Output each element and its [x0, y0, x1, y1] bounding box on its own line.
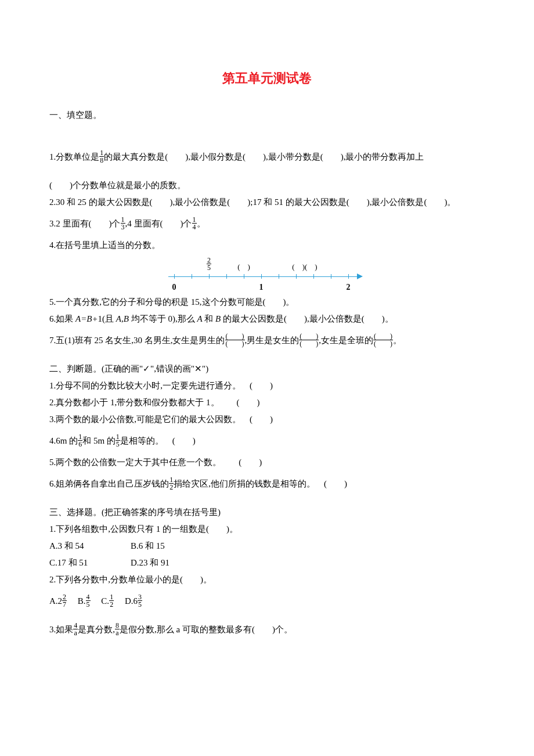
text: 4.6m 的 [49, 436, 78, 445]
text: 3.如果 [49, 625, 73, 634]
fraction-1-3: 13 [121, 216, 125, 231]
text: 均不等于 0),那么 [129, 314, 197, 323]
nl-label-2: 2 [347, 280, 351, 294]
nl-paren2: ( )( ) [292, 260, 317, 273]
opt-d: D.635 [125, 596, 142, 606]
s2-q2: 2.真分数都小于 1,带分数和假分数都大于 1。 ( ) [49, 395, 485, 411]
italic: A=B+ [75, 314, 98, 323]
text: 1(且 [98, 314, 116, 323]
s2-q6: 6.姐弟俩各自拿出自己压岁钱的12捐给灾区,他们所捐的钱数是相等的。 ( ) [49, 476, 485, 492]
s3-q1-opts-row2: C.17 和 51D.23 和 91 [49, 555, 485, 571]
italic: A [116, 314, 121, 323]
s2-q1: 1.分母不同的分数比较大小时,一定要先进行通分。 ( ) [49, 378, 485, 394]
italic: B [215, 314, 221, 323]
fraction-1-6: 16 [78, 433, 82, 448]
opt-c: C.12 [101, 596, 114, 606]
s1-q1-line1: 1.分数单位是18的最大真分数是( ),最小假分数是( ),最小带分数是( ),… [49, 149, 485, 165]
fraction-blank: ( )( ) [373, 333, 393, 347]
section3-heading: 三、选择题。(把正确答案的序号填在括号里) [49, 505, 485, 520]
opt-d: D.23 和 91 [131, 555, 212, 571]
fraction-8-a: 8a [115, 622, 120, 636]
section2-heading: 二、判断题。(正确的画"✓",错误的画"✕") [49, 361, 485, 377]
s1-q3: 3.2 里面有( )个13,4 里面有( )个14。 [49, 216, 485, 232]
s3-q2-opts: A.227 B.45 C.12 D.635 [49, 593, 485, 609]
text: 是真分数, [78, 625, 115, 634]
s3-q1-opts-row1: A.3 和 54B.6 和 15 [49, 538, 485, 554]
s2-q4: 4.6m 的16和 5m 的15是相等的。 ( ) [49, 433, 485, 449]
s2-q3: 3.两个数的最小公倍数,可能是它们的最大公因数。 ( ) [49, 412, 485, 427]
fraction-1-5: 15 [116, 433, 120, 448]
text: ,男生是女生的 [245, 336, 300, 345]
fraction-1-8: 18 [99, 149, 104, 164]
fraction-4-a: 4a [73, 622, 78, 636]
s2-q5: 5.两个数的公倍数一定大于其中任意一个数。 ( ) [49, 455, 485, 470]
italic: B [124, 314, 129, 323]
opt-c: C.17 和 51 [49, 555, 131, 571]
text: 的最大公因数是( ),最小公倍数是( )。 [221, 314, 393, 323]
fraction-1-4: 14 [192, 216, 197, 231]
text: 7.五(1)班有 25 名女生,30 名男生,女生是男生的 [49, 336, 225, 345]
opt-a: A.3 和 54 [49, 538, 131, 554]
nl-label-0: 0 [172, 280, 176, 294]
s1-q6: 6.如果 A=B+1(且 A,B 均不等于 0),那么 A 和 B 的最大公因数… [49, 311, 485, 327]
text: 6.如果 [49, 314, 75, 323]
nl-frac-2-5: 25 [207, 258, 211, 273]
text: 是相等的。 ( ) [120, 436, 196, 445]
s1-q5: 5.一个真分数,它的分子和分母的积是 15,这个分数可能是( )。 [49, 294, 485, 310]
text: 6.姐弟俩各自拿出自己压岁钱的 [49, 479, 169, 488]
fraction-1-2: 12 [169, 476, 174, 491]
text: 是假分数,那么 a 可取的整数最多有( )个。 [120, 625, 293, 634]
s3-q1: 1.下列各组数中,公因数只有 1 的一组数是( )。 [49, 521, 485, 537]
fraction-blank: ( )( ) [299, 333, 319, 347]
fraction-blank: ( )( ) [225, 333, 245, 347]
text: 捐给灾区,他们所捐的钱数是相等的。 ( ) [174, 479, 347, 488]
s3-q3: 3.如果4a是真分数,8a是假分数,那么 a 可取的整数最多有( )个。 [49, 622, 485, 638]
opt-b: B.45 [78, 596, 91, 606]
text: ,4 里面有( )个 [125, 219, 192, 228]
opt-a: A.227 [49, 596, 67, 606]
s3-q2: 2.下列各分数中,分数单位最小的是( )。 [49, 572, 485, 588]
text: 和 [203, 314, 216, 323]
text: 1.分数单位是 [49, 152, 99, 161]
nl-paren1: ( ) [237, 260, 250, 273]
number-line-figure: 0 1 2 25 ( ) ( )( ) [49, 258, 485, 291]
text: ,女生是全班的 [319, 336, 373, 345]
s1-q4: 4.在括号里填上适当的分数。 [49, 237, 485, 253]
text: 的最大真分数是( ),最小假分数是( ),最小带分数是( ),最小的带分数再加上 [104, 152, 424, 161]
text: 。 [197, 219, 205, 228]
text: 和 5m 的 [82, 436, 116, 445]
text: 。 [393, 336, 402, 345]
italic: A [197, 314, 202, 323]
s1-q7: 7.五(1)班有 25 名女生,30 名男生,女生是男生的( )( ),男生是女… [49, 333, 485, 348]
s1-q2: 2.30 和 25 的最大公因数是( ),最小公倍数是( );17 和 51 的… [49, 195, 485, 210]
nl-label-1: 1 [259, 280, 264, 294]
text: 3.2 里面有( )个 [49, 219, 121, 228]
page-title: 第五单元测试卷 [49, 67, 485, 90]
s1-q1-line2: ( )个分数单位就是最小的质数。 [49, 178, 485, 193]
opt-b: B.6 和 15 [131, 538, 212, 554]
section1-heading: 一、填空题。 [49, 107, 485, 123]
